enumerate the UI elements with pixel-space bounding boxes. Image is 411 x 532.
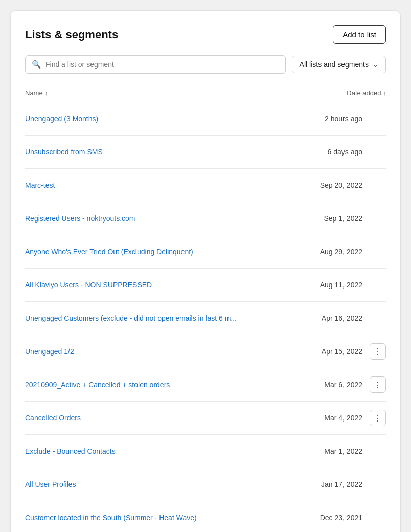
col-name-header[interactable]: Name ↕ [25,89,48,97]
row-right: Mar 6, 2022⋮ [306,376,386,393]
row-name-link[interactable]: Registered Users - noktryouts.com [25,214,135,223]
table-row: Unengaged Customers (exclude - did not o… [25,302,386,335]
add-to-list-button[interactable]: Add to list [333,25,386,44]
table-row: Customer located in the South (Summer - … [25,501,386,532]
table-row: All User ProfilesJan 17, 2022 [25,468,386,501]
table-body: Unengaged (3 Months)2 hours agoUnsubscri… [25,102,386,532]
row-name: Unengaged 1/2 [25,347,74,356]
row-date: Sep 1, 2022 [306,214,362,223]
page-header: Lists & segments Add to list [25,25,386,44]
table-row: 20210909_Active + Cancelled + stolen ord… [25,368,386,402]
filter-label: All lists and segments [300,60,369,69]
row-right: Apr 15, 2022⋮ [306,343,386,360]
row-name-link[interactable]: All User Profiles [25,480,76,489]
row-name-link[interactable]: Cancelled Orders [25,414,81,422]
row-name: Anyone Who's Ever Tried Out (Excluding D… [25,247,193,256]
row-right: Aug 29, 2022 [306,243,386,260]
row-date: Jan 17, 2022 [306,480,362,489]
row-name: 20210909_Active + Cancelled + stolen ord… [25,380,170,389]
row-right: Mar 1, 2022 [306,443,386,459]
row-name-link[interactable]: All Klaviyo Users - NON SUPPRESSED [25,281,152,289]
kebab-menu-button[interactable]: ⋮ [370,343,386,360]
table-row: Unengaged 1/2Apr 15, 2022⋮ [25,335,386,368]
row-right: Aug 11, 2022 [306,277,386,293]
row-right: Dec 23, 2021 [306,509,386,526]
row-name-link[interactable]: Unengaged 1/2 [25,347,74,356]
row-date: Apr 15, 2022 [306,347,362,356]
table-header: Name ↕ Date added ↕ [25,86,386,102]
kebab-menu-button[interactable]: ⋮ [370,410,386,426]
row-name: Exclude - Bounced Contacts [25,447,116,456]
search-icon: 🔍 [32,60,41,69]
table-row: All Klaviyo Users - NON SUPPRESSEDAug 11… [25,269,386,302]
row-right: Sep 20, 2022 [306,177,386,193]
row-date: 2 hours ago [306,115,362,123]
row-name-link[interactable]: Unengaged (3 Months) [25,115,98,123]
filter-dropdown[interactable]: All lists and segments ⌄ [292,56,386,73]
row-name: Marc-test [25,181,55,190]
table-row: Unengaged (3 Months)2 hours ago [25,102,386,136]
table-row: Exclude - Bounced ContactsMar 1, 2022 [25,435,386,468]
row-name: Unengaged Customers (exclude - did not o… [25,314,237,323]
row-right: 2 hours ago [306,110,386,127]
table-row: Registered Users - noktryouts.comSep 1, … [25,202,386,235]
row-date: Dec 23, 2021 [306,514,362,522]
row-date: Apr 16, 2022 [306,314,362,322]
col-date-header[interactable]: Date added ↕ [347,89,386,97]
row-date: 6 days ago [306,148,362,156]
toolbar: 🔍 All lists and segments ⌄ [25,55,386,74]
search-input[interactable] [45,60,279,69]
kebab-menu-button[interactable]: ⋮ [370,376,386,393]
lists-segments-card: Lists & segments Add to list 🔍 All lists… [10,10,401,532]
row-right: Sep 1, 2022 [306,210,386,227]
row-name: Unsubscribed from SMS [25,147,103,157]
table-row: Unsubscribed from SMS6 days ago [25,136,386,169]
row-right: 6 days ago [306,144,386,160]
row-name: All Klaviyo Users - NON SUPPRESSED [25,280,152,290]
row-date: Sep 20, 2022 [306,181,362,189]
table-row: Marc-testSep 20, 2022 [25,169,386,202]
row-name-link[interactable]: Unengaged Customers (exclude - did not o… [25,314,237,322]
row-name-link[interactable]: Exclude - Bounced Contacts [25,447,116,455]
row-name-link[interactable]: Anyone Who's Ever Tried Out (Excluding D… [25,248,193,256]
row-name: All User Profiles [25,480,76,489]
row-name-link[interactable]: Marc-test [25,181,55,189]
row-name: Registered Users - noktryouts.com [25,214,135,223]
table-row: Cancelled OrdersMar 4, 2022⋮ [25,402,386,435]
row-date: Mar 4, 2022 [306,414,362,422]
row-name: Cancelled Orders [25,413,81,423]
date-sort-icon: ↕ [383,90,386,96]
search-box[interactable]: 🔍 [25,55,286,74]
table-row: Anyone Who's Ever Tried Out (Excluding D… [25,235,386,269]
row-right: Jan 17, 2022 [306,476,386,493]
row-name: Unengaged (3 Months) [25,114,98,123]
row-date: Aug 29, 2022 [306,248,362,256]
row-name: Customer located in the South (Summer - … [25,513,197,522]
row-right: Apr 16, 2022 [306,310,386,326]
row-date: Mar 6, 2022 [306,381,362,389]
page-title: Lists & segments [25,28,118,41]
row-right: Mar 4, 2022⋮ [306,410,386,426]
row-date: Aug 11, 2022 [306,281,362,289]
row-name-link[interactable]: 20210909_Active + Cancelled + stolen ord… [25,381,170,389]
row-name-link[interactable]: Unsubscribed from SMS [25,148,103,156]
name-sort-icon: ↕ [45,90,48,96]
row-name-link[interactable]: Customer located in the South (Summer - … [25,514,197,522]
chevron-down-icon: ⌄ [373,61,378,69]
row-date: Mar 1, 2022 [306,447,362,455]
